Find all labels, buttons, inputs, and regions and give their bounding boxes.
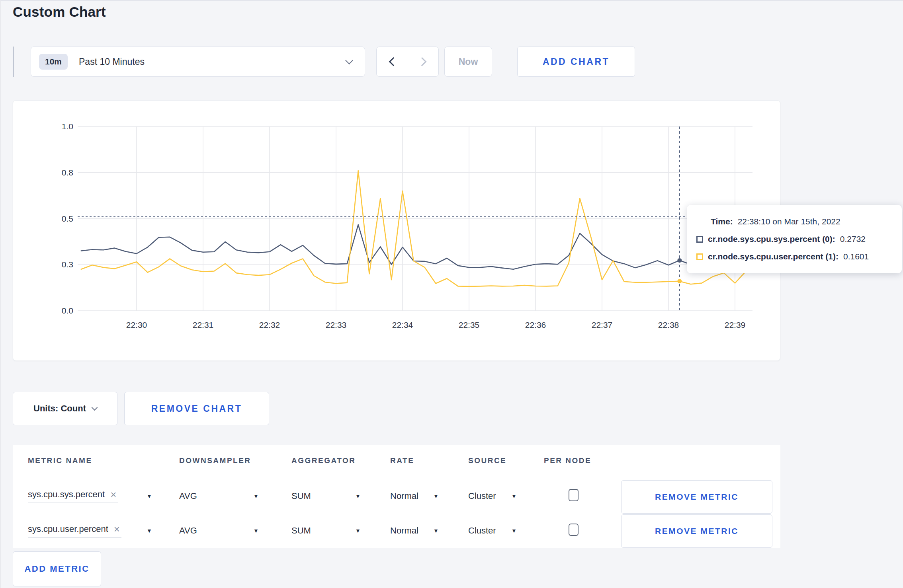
- tooltip-time-value: 22:38:10 on Mar 15th, 2022: [738, 217, 840, 226]
- col-header-source: SOURCE: [468, 456, 506, 465]
- next-time-button[interactable]: [408, 47, 439, 76]
- col-header-rate: RATE: [390, 456, 414, 465]
- metric-name: sys.cpu.user.percent: [28, 524, 108, 534]
- units-dropdown[interactable]: Units: Count: [13, 392, 117, 425]
- col-header-per-node: PER NODE: [544, 456, 591, 465]
- tooltip-series-value: 0.1601: [843, 252, 869, 261]
- col-header-aggregator: AGGREGATOR: [291, 456, 356, 465]
- page-title: Custom Chart: [13, 4, 106, 20]
- x-tick-label: 22:39: [725, 320, 746, 330]
- metric-name-dropdown[interactable]: sys.cpu.user.percent ×: [28, 524, 121, 538]
- x-tick-label: 22:35: [459, 320, 480, 330]
- downsampler-caret-icon[interactable]: ▼: [253, 493, 259, 499]
- add-metric-button[interactable]: ADD METRIC: [13, 551, 101, 586]
- metric-name-caret-icon[interactable]: ▼: [147, 528, 152, 534]
- clear-metric-icon[interactable]: ×: [110, 489, 116, 500]
- remove-metric-button[interactable]: REMOVE METRIC: [621, 480, 772, 514]
- y-tick-label: 0.8: [37, 168, 73, 177]
- metric-name-dropdown[interactable]: sys.cpu.sys.percent ×: [28, 489, 118, 503]
- tooltip-series-label: cr.node.sys.cpu.sys.percent (0):: [708, 234, 835, 244]
- metric-name-caret-icon[interactable]: ▼: [147, 493, 152, 499]
- source-caret-icon[interactable]: ▼: [511, 493, 517, 499]
- x-tick-label: 22:36: [525, 320, 546, 330]
- x-tick-label: 22:33: [326, 320, 347, 330]
- aggregator-caret-icon[interactable]: ▼: [355, 493, 361, 499]
- x-tick-label: 22:30: [126, 320, 147, 330]
- source-select[interactable]: Cluster: [468, 526, 496, 536]
- chart-hover-tooltip: Time: 22:38:10 on Mar 15th, 2022 cr.node…: [687, 205, 902, 273]
- toolbar-divider: [13, 47, 14, 77]
- per-node-checkbox[interactable]: [569, 524, 579, 536]
- source-caret-icon[interactable]: ▼: [511, 528, 517, 534]
- time-step-buttons: [376, 47, 439, 77]
- chevron-down-icon: [345, 56, 353, 64]
- downsampler-select[interactable]: AVG: [179, 526, 197, 536]
- col-header-downsampler: DOWNSAMPLER: [179, 456, 251, 465]
- metrics-table: METRIC NAME DOWNSAMPLER AGGREGATOR RATE …: [13, 445, 780, 548]
- tooltip-time-label: Time:: [711, 217, 733, 226]
- time-range-badge: 10m: [39, 54, 68, 70]
- chevron-down-icon: [92, 405, 98, 411]
- add-chart-button[interactable]: ADD CHART: [517, 47, 635, 77]
- x-tick-label: 22:32: [259, 320, 280, 330]
- time-range-label: Past 10 Minutes: [79, 56, 145, 67]
- tooltip-series-label: cr.node.sys.cpu.user.percent (1):: [708, 252, 838, 261]
- aggregator-select[interactable]: SUM: [291, 526, 311, 536]
- y-tick-label: 0.5: [37, 214, 73, 224]
- y-tick-label: 0.3: [37, 260, 73, 269]
- chevron-right-icon: [417, 57, 426, 66]
- rate-select[interactable]: Normal: [390, 491, 418, 501]
- rate-caret-icon[interactable]: ▼: [433, 493, 439, 499]
- series-sys-swatch-icon: [696, 236, 703, 243]
- aggregator-caret-icon[interactable]: ▼: [355, 528, 361, 534]
- series-user-swatch-icon: [696, 253, 703, 260]
- aggregator-select[interactable]: SUM: [291, 491, 311, 501]
- clear-metric-icon[interactable]: ×: [114, 524, 120, 534]
- per-node-checkbox[interactable]: [569, 489, 579, 501]
- source-select[interactable]: Cluster: [468, 491, 496, 501]
- tooltip-series-value: 0.2732: [840, 234, 866, 244]
- now-button[interactable]: Now: [444, 47, 492, 77]
- rate-caret-icon[interactable]: ▼: [433, 528, 439, 534]
- metric-name: sys.cpu.sys.percent: [28, 489, 105, 500]
- x-tick-label: 22:38: [658, 320, 679, 330]
- prev-time-button[interactable]: [377, 47, 408, 76]
- downsampler-caret-icon[interactable]: ▼: [253, 528, 259, 534]
- rate-select[interactable]: Normal: [390, 526, 418, 536]
- y-tick-label: 0.0: [37, 306, 73, 315]
- time-range-selector[interactable]: 10m Past 10 Minutes: [31, 47, 365, 77]
- remove-chart-button[interactable]: REMOVE CHART: [124, 392, 269, 425]
- remove-metric-button[interactable]: REMOVE METRIC: [621, 514, 772, 548]
- y-tick-label: 1.0: [37, 122, 73, 131]
- x-tick-label: 22:34: [392, 320, 413, 330]
- x-tick-label: 22:31: [193, 320, 214, 330]
- col-header-metric-name: METRIC NAME: [28, 456, 92, 465]
- chart-card: 0.00.30.50.81.0 22:3022:3122:3222:3322:3…: [13, 100, 780, 361]
- x-tick-label: 22:37: [592, 320, 613, 330]
- downsampler-select[interactable]: AVG: [179, 491, 197, 501]
- units-label: Units: Count: [33, 403, 86, 414]
- chevron-left-icon: [389, 57, 398, 66]
